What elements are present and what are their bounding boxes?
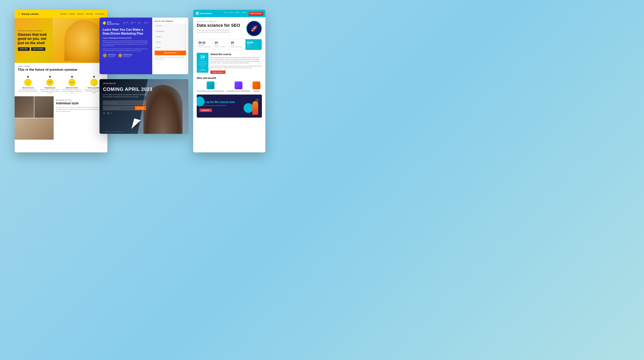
bm-nav-about[interactable]: About Us [138,22,142,24]
seo-stat-number-1: 24 [215,41,228,44]
seo-stat-label-0: September [198,45,211,46]
seo-nav-location[interactable]: Location [242,12,246,16]
sunny-lenses-header: ☀ Sunny Lenses FRAMES LENSES PRICING REV… [15,10,107,18]
feature-name-1: Designed by you [40,87,60,89]
seo-stat-label-3: Price [247,45,260,46]
bm-container: BAR MARKETING What We Do Who We Are Abou… [100,18,188,74]
sun-icon: ☀ [18,12,20,16]
feature-desc-1: Select your style, choose your color, fi… [40,89,60,94]
twitter-icon[interactable]: 🐦 [103,112,106,114]
facebook-icon[interactable]: f [111,112,112,114]
bm-subtitle: Is your marketing plan delivering result… [103,37,149,39]
seo-hero-section: Discover new data analytics tools Data s… [193,17,266,39]
penelope-info: Penelope Perez Marketing ManagerBar Mark… [123,54,132,57]
seo-book-place-button[interactable]: BOOK A PLACE [210,71,226,74]
shop-women-button[interactable]: SHOP WOMEN [31,47,45,51]
bm-watch-label: WATCH THE WEBINAR [154,20,186,22]
seo-about-subdesc: of practice and immersion in data scienc… [198,61,207,67]
seo-hero-title: Data science for SEO [197,23,244,28]
seo-stat-hours: 24 Hours 10:00 AM — 6:00 PM [213,39,229,50]
sl-ind-title: Individual style [56,102,105,105]
bm-jobtitle-input[interactable] [154,40,186,44]
seo-stat-sub-2: Limited number of seats [231,46,244,48]
bm-nav-who[interactable]: Who We Are [131,22,136,24]
seo-stat-seats: 20 Seats Limited number of seats [229,39,246,50]
ca-email-input[interactable] [103,106,134,110]
bm-left-panel: BAR MARKETING What We Do Who We Are Abou… [100,18,152,74]
bm-learn-title: Learn How You Can Make a Data-Driven Mar… [103,28,149,36]
photo-1 [15,96,34,118]
seo-nav: About Tutors Program Location BOOK A PLA… [224,12,263,16]
ca-submit-row: YES, I'M IN! [103,106,146,110]
penelope-role: Marketing ManagerBar Marketing [123,55,132,57]
nav-reviews[interactable]: REVIEWS [86,13,93,15]
sl-eyewear-label: CUSTOM-TAILORED EYEWEAR [18,30,53,32]
ca-name-input[interactable] [103,101,146,105]
ca-main-title: COMING APRIL 2023 [103,87,185,92]
seo-who-label-0: In-house SEO specialists working on larg… [197,90,224,92]
sl-ind-desc: Wear a bespoke suit or couture dress, ex… [56,107,105,112]
seo-brand: SEO Solutions [200,13,212,15]
sl-individual-section: DESIGNED BY YOU Individual style Wear a … [54,96,107,139]
bm-industry-input[interactable] [154,45,186,50]
sl-how-label: HOW IT WORKS [18,66,104,67]
shop-men-button[interactable]: SHOP MEN [18,47,30,51]
perfect-icon: ⭐ [90,79,98,86]
seo-nav-tutors[interactable]: Tutors [229,12,233,16]
seo-about-text2: There's no need to invent Google's consp… [210,65,262,69]
sl-bottom-section: DESIGNED BY YOU Individual style Wear a … [15,96,107,139]
feature-dot [71,76,73,78]
feature-desc-0: Use our iOS app to scan your face and ca… [18,89,38,92]
nav-frames[interactable]: FRAMES [60,13,67,15]
nav-lenses[interactable]: LENSES [69,13,75,15]
seo-nav-program[interactable]: Program [235,12,240,16]
seo-about-level-value: Intermediate [198,70,207,71]
ca-author: alexa peterson [103,82,185,84]
sl-ind-label: DESIGNED BY YOU [56,99,105,101]
seo-about-right: About the course Every day, Google Analy… [210,53,262,74]
seo-about-title: About the course [210,53,262,56]
bm-email-input[interactable] [154,29,186,34]
ca-footer: © 2023 Alexa Peterson. All Rights Reserv… [103,131,124,132]
seo-logo: 📊 SEO Solutions [196,12,212,15]
bm-nav-what[interactable]: What We Do [124,22,129,24]
feature-dot [27,76,29,78]
bm-company-input[interactable] [154,35,186,39]
seo-stat-sub-1: 10:00 AM — 6:00 PM [215,46,228,48]
sl-hero-overlay: CUSTOM-TAILORED EYEWEAR Glasses that loo… [18,18,53,63]
designed-icon: ✂️ [46,79,54,86]
bm-header: BAR MARKETING What We Do Who We Are Abou… [103,21,149,25]
seo-stat-sub-3: Best offer [247,46,260,48]
feature-dot [49,76,51,78]
seo-solutions-card: 📊 SEO Solutions About Tutors Program Loc… [193,10,266,152]
sl-how-section: HOW IT WORKS This is the future of premi… [15,63,107,76]
penelope-name: Penelope Perez [123,54,132,55]
seo-hero-desc: Learn to gather and analyse data provide… [197,29,232,33]
jeremy-role: Senior MarketingBar Marketing [108,55,116,57]
seo-who-section: Who will benefit In-house SEO specialist… [193,77,266,95]
signup-circle-2 [255,98,259,102]
photo-2 [34,96,54,118]
bm-fullname-input[interactable] [154,24,186,28]
sl-hero-person [64,20,104,61]
bm-register-button[interactable]: REGISTER NOW [154,51,186,55]
sl-how-title: This is the future of premium eyewear [18,68,104,72]
nav-locations[interactable]: LOCATIONS [96,13,104,15]
seo-stat-label-1: Hours [215,45,228,46]
ca-content: alexa peterson COMING APRIL 2023 My Trav… [100,79,188,117]
seo-who-icon-0 [207,82,214,89]
seo-nav-about[interactable]: About [224,12,227,16]
seo-who-title: Who will benefit [197,77,262,80]
penelope-avatar [118,53,122,58]
nav-pricing[interactable]: PRICING [77,13,84,15]
seo-signup-section: Sign up for the course now and get a PDF… [197,95,262,118]
sl-hero-title: Glasses that look good on you, not just … [18,33,53,45]
instagram-icon[interactable]: 📷 [107,112,109,114]
ca-yes-button[interactable]: YES, I'M IN! [134,106,146,110]
seo-header: 📊 SEO Solutions About Tutors Program Loc… [193,10,266,17]
seo-register-button[interactable]: REGISTER [200,109,212,112]
seo-header-book-button[interactable]: BOOK A PLACE [248,12,263,16]
feature-made: 👓 Made from scratch Each pair is crafted… [62,76,82,94]
bm-description: Marketing your firm should never be reac… [103,40,149,51]
bm-nav-contact[interactable]: Contact Us [144,22,149,24]
